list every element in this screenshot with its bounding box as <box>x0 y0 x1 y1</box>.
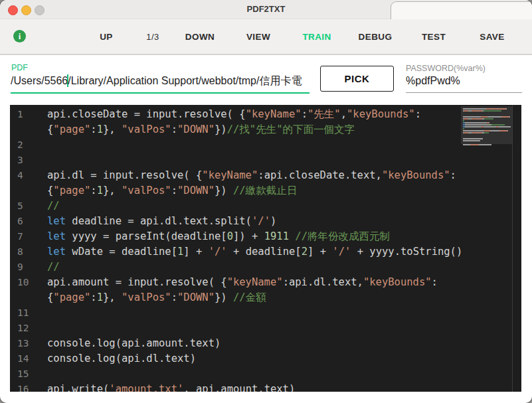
line-number: 11 <box>10 305 37 321</box>
code-row: 14console.log(api.dl.text) <box>10 351 521 366</box>
pdf-path-text-before: /Users/5566 <box>11 75 68 86</box>
code-row: 16api.write('amount.txt', api.amount.tex… <box>10 382 521 392</box>
minimap-content <box>463 108 511 146</box>
line-number: 10 <box>10 275 37 290</box>
line-number: 6 <box>10 214 37 229</box>
code-row: 11 <box>10 305 521 321</box>
code-row: {"page":1}, "valPos":"DOWN"})//找"先生"的下面一… <box>10 122 521 137</box>
titlebar: PDF2TXT <box>0 0 532 19</box>
minimap[interactable] <box>461 105 512 392</box>
line-number: 4 <box>10 168 37 183</box>
line-number: 9 <box>10 260 37 275</box>
line-number: 1 <box>10 107 37 122</box>
pick-button[interactable]: PICK <box>320 66 394 92</box>
page-indicator: 1/3 <box>146 32 159 42</box>
line-number: 7 <box>10 229 37 244</box>
code-row: 12 <box>10 321 521 336</box>
view-button[interactable]: VIEW <box>246 32 270 42</box>
line-number: 15 <box>10 366 37 382</box>
code-row: {"page":1}, "valPos":"DOWN"}) //金額 <box>10 290 521 305</box>
line-number: 2 <box>10 137 37 153</box>
info-button[interactable]: i <box>13 30 26 42</box>
debug-button[interactable]: DEBUG <box>359 32 393 42</box>
line-number: 13 <box>10 336 37 351</box>
info-icon: i <box>19 31 21 41</box>
code-row: {"page":1}, "valPos":"DOWN"}) //繳款截止日 <box>10 183 521 199</box>
password-field-label: PASSWORD(%var%) <box>406 64 486 73</box>
code-lines: 1api.closeDate = input.resolve( {"keyNam… <box>10 105 521 392</box>
code-row: 6let deadline = api.dl.text.split('/') <box>10 214 521 229</box>
pdf-path-input[interactable]: /Users/5566/Library/Application Support/… <box>11 74 310 88</box>
up-button[interactable]: UP <box>100 32 113 42</box>
test-button[interactable]: TEST <box>422 32 446 42</box>
code-row: 1api.closeDate = input.resolve( {"keyNam… <box>10 107 521 122</box>
code-row: 7let yyyy = parseInt(deadline[0]) + 1911… <box>10 229 521 244</box>
pdf-field-underline <box>11 92 310 94</box>
code-editor[interactable]: 1api.closeDate = input.resolve( {"keyNam… <box>10 105 521 392</box>
code-row: 4api.dl = input.resolve( {"keyName":api.… <box>10 168 521 183</box>
pdf-path-text-after: /Library/Application Support/webbot/tmp/… <box>68 75 302 86</box>
pdf-field-label: PDF <box>11 63 28 72</box>
minimap-divider <box>512 105 513 392</box>
code-row: 15 <box>10 366 521 382</box>
password-field-underline <box>406 92 522 93</box>
line-number: 8 <box>10 244 37 260</box>
line-number: 14 <box>10 351 37 366</box>
code-row: 13console.log(api.amount.text) <box>10 336 521 351</box>
code-row: 8let wDate = deadline[1] + '/' + deadlin… <box>10 244 521 260</box>
down-button[interactable]: DOWN <box>185 32 215 42</box>
line-number: 12 <box>10 321 37 336</box>
line-number: 16 <box>10 382 37 392</box>
app-window: PDF2TXT i UP 1/3 DOWN VIEW TRAIN DEBUG T… <box>0 0 532 403</box>
code-row: 10api.amount = input.resolve( {"keyName"… <box>10 275 521 290</box>
window-title: PDF2TXT <box>0 4 532 14</box>
save-button[interactable]: SAVE <box>480 32 504 42</box>
line-number: 3 <box>10 153 37 168</box>
code-row: 5// <box>10 199 521 214</box>
code-row: 2 <box>10 137 521 153</box>
form-row: PDF /Users/5566/Library/Application Supp… <box>0 55 532 105</box>
line-number: 5 <box>10 199 37 214</box>
code-row: 3 <box>10 153 521 168</box>
toolbar: i UP 1/3 DOWN VIEW TRAIN DEBUG TEST SAVE <box>0 19 532 55</box>
train-button-active[interactable]: TRAIN <box>302 32 331 42</box>
password-input[interactable]: %pdfPwd% <box>406 75 460 87</box>
code-row: 9// <box>10 260 521 275</box>
